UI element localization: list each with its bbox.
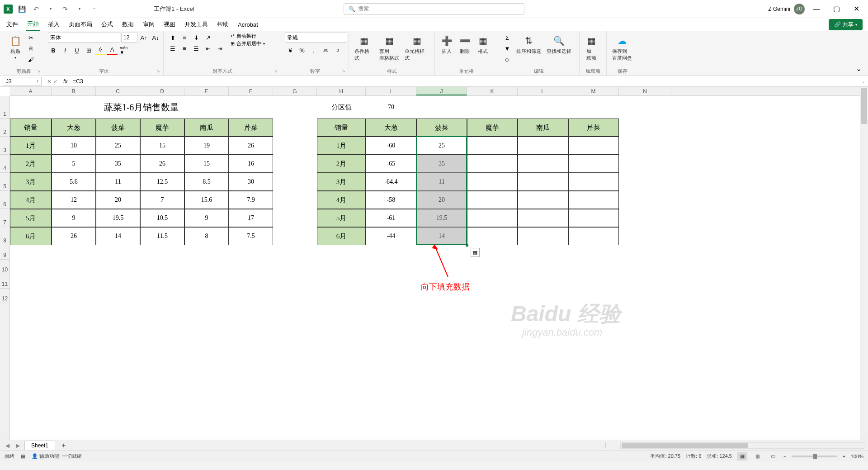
comma-icon[interactable]: , [308, 45, 319, 55]
conditional-format-button[interactable]: ▦条件格式 [353, 33, 376, 63]
align-left-icon[interactable]: ☰ [167, 43, 178, 53]
currency-icon[interactable]: ¥ [285, 45, 296, 55]
number-format-input[interactable] [285, 33, 347, 43]
cell[interactable] [568, 137, 619, 155]
align-top-icon[interactable]: ⬆ [167, 33, 178, 43]
number-dialog-launcher[interactable]: ↘ [342, 69, 347, 74]
cell[interactable] [568, 227, 619, 245]
horizontal-scrollbar[interactable] [620, 442, 864, 449]
cell[interactable]: 南瓜 [518, 119, 568, 137]
cell[interactable]: -65 [366, 155, 416, 173]
align-right-icon[interactable]: ☰ [191, 43, 202, 53]
decrease-font-icon[interactable]: A↓ [150, 33, 161, 43]
expand-formula-icon[interactable]: ⌄ [859, 79, 868, 84]
cancel-formula-icon[interactable]: ✕ [47, 78, 52, 85]
cell[interactable] [568, 191, 619, 209]
cell[interactable]: 26 [140, 155, 184, 173]
cell[interactable]: 15.6 [184, 191, 229, 209]
cell[interactable]: 11 [96, 173, 140, 191]
cell[interactable]: 25 [96, 137, 140, 155]
indent-decrease-icon[interactable]: ⇤ [203, 43, 213, 53]
align-center-icon[interactable]: ≡ [179, 43, 190, 53]
cell[interactable]: 9 [184, 209, 229, 227]
cell[interactable]: 6月 [317, 227, 366, 245]
wrap-text-button[interactable]: ↵ 自动换行 [231, 33, 265, 39]
undo-icon[interactable]: ↶ [31, 4, 42, 14]
cell[interactable]: 7 [140, 191, 184, 209]
sort-filter-button[interactable]: ⇅排序和筛选 [514, 33, 543, 57]
cell[interactable]: 20 [96, 191, 140, 209]
cell[interactable] [467, 209, 518, 227]
spreadsheet-grid[interactable]: ABCDEFGHIJKLMN 123456789101112 蔬菜1-6月销售数… [0, 87, 868, 440]
cell[interactable]: 16 [229, 155, 273, 173]
formula-input[interactable]: =C3 [70, 78, 859, 85]
cell[interactable]: 19 [184, 137, 229, 155]
tab-data[interactable]: 数据 [121, 19, 135, 30]
paste-button[interactable]: 📋 粘贴 ▾ [7, 33, 24, 62]
cell[interactable]: -64.4 [366, 173, 416, 191]
cells-area[interactable]: 蔬菜1-6月销售数量分区值70销量大葱菠菜魔芋南瓜芹菜销量大葱菠菜魔芋南瓜芹菜1… [10, 96, 860, 440]
clipboard-dialog-launcher[interactable]: ↘ [37, 69, 42, 74]
cell[interactable]: 1月 [317, 137, 366, 155]
cell[interactable]: 4月 [10, 191, 52, 209]
cell[interactable]: 14 [96, 227, 140, 245]
cell[interactable]: 7.9 [229, 191, 273, 209]
cell[interactable]: 35 [96, 155, 140, 173]
increase-font-icon[interactable]: A↑ [138, 33, 149, 43]
cell[interactable]: 南瓜 [184, 119, 229, 137]
col-header-C[interactable]: C [96, 87, 140, 95]
redo-dropdown-icon[interactable]: ▾ [74, 4, 85, 14]
tab-acrobat[interactable]: Acrobat [237, 19, 259, 30]
row-header-3[interactable]: 3 [0, 137, 9, 155]
cell[interactable] [467, 227, 518, 245]
row-header-4[interactable]: 4 [0, 155, 9, 173]
cell[interactable]: 2月 [317, 155, 366, 173]
cell[interactable] [467, 137, 518, 155]
zoom-level[interactable]: 100% [851, 454, 863, 459]
cell[interactable]: 1月 [10, 137, 52, 155]
cell[interactable]: 5 [52, 155, 96, 173]
cell[interactable]: 25 [416, 137, 467, 155]
cell[interactable]: -58 [366, 191, 416, 209]
row-header-12[interactable]: 12 [0, 289, 9, 303]
search-input[interactable]: 🔍 搜索 [344, 3, 524, 15]
cell[interactable]: 15 [140, 137, 184, 155]
prev-sheet-icon[interactable]: ◀ [4, 442, 11, 449]
cell[interactable]: 15 [184, 155, 229, 173]
col-header-D[interactable]: D [140, 87, 184, 95]
percent-icon[interactable]: % [297, 45, 307, 55]
tab-insert[interactable]: 插入 [47, 19, 61, 30]
underline-icon[interactable]: U [71, 45, 82, 55]
format-painter-icon[interactable]: 🖌 [25, 54, 36, 64]
row-header-6[interactable]: 6 [0, 191, 9, 209]
row-header-9[interactable]: 9 [0, 245, 9, 260]
macro-icon[interactable]: ▦ [21, 453, 25, 459]
cell[interactable]: 8.5 [184, 173, 229, 191]
cell[interactable] [518, 155, 568, 173]
border-icon[interactable]: ⊞ [83, 45, 94, 55]
col-header-L[interactable]: L [518, 87, 568, 95]
cell[interactable]: 26 [52, 227, 96, 245]
normal-view-icon[interactable]: ▦ [737, 452, 747, 461]
tab-developer[interactable]: 开发工具 [184, 19, 209, 30]
zoom-out-icon[interactable]: − [783, 454, 786, 459]
share-button[interactable]: 🔗 共享 ▾ [829, 19, 863, 30]
cell[interactable]: 蔬菜1-6月销售数量 [10, 96, 273, 119]
cell[interactable]: 12.5 [140, 173, 184, 191]
tab-scroll-icon[interactable]: ⋮ [603, 442, 609, 449]
save-icon[interactable]: 💾 [16, 4, 27, 14]
col-header-M[interactable]: M [568, 87, 619, 95]
cell[interactable]: 魔芋 [140, 119, 184, 137]
cell[interactable]: 芹菜 [568, 119, 619, 137]
tab-review[interactable]: 审阅 [142, 19, 156, 30]
cell[interactable]: 20 [416, 191, 467, 209]
font-color-icon[interactable]: A [107, 45, 118, 55]
col-header-H[interactable]: H [317, 87, 366, 95]
cell[interactable]: 30 [229, 173, 273, 191]
cell[interactable]: 7.5 [229, 227, 273, 245]
baidu-save-button[interactable]: ☁保存到 百度网盘 [610, 33, 634, 63]
col-header-G[interactable]: G [273, 87, 317, 95]
cell[interactable]: 9 [52, 209, 96, 227]
page-break-view-icon[interactable]: ▭ [768, 452, 778, 461]
font-size-input[interactable] [121, 33, 137, 43]
